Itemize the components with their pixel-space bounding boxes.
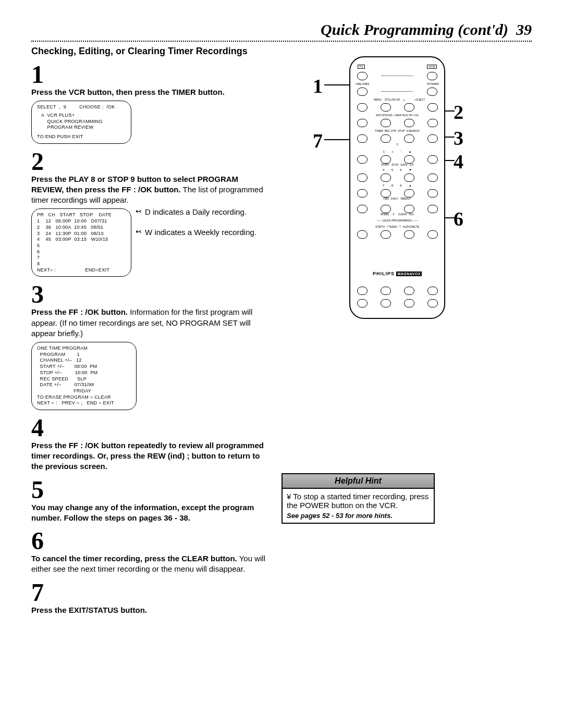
title-text: Quick Programming (cont'd) — [321, 21, 508, 38]
index-prev-button[interactable] — [381, 230, 391, 239]
osd3-l4: START +/– 08:00 PM — [37, 364, 131, 370]
speed-button[interactable] — [357, 205, 368, 213]
ch-down-button[interactable] — [427, 174, 438, 182]
osd1-line3: QUICK PROGRAMMING — [37, 119, 126, 125]
osd3-l3: CHANNEL +/– 12 — [37, 357, 131, 364]
ssearch-button[interactable] — [427, 134, 438, 143]
osd-screen-3: ONE TIME PROGRAM PROGRAM 1 CHANNEL +/– 1… — [31, 342, 137, 410]
osd3-l6: REC SPEED SLP — [37, 376, 131, 382]
callout-6: 6 — [454, 207, 463, 230]
bottom-btn-1[interactable] — [357, 299, 368, 307]
step-number-2: 2 — [31, 149, 271, 174]
osd1-line5: TO END PUSH EXIT — [37, 134, 126, 140]
menu-button[interactable] — [357, 103, 368, 112]
vol-up-button[interactable] — [427, 189, 438, 198]
arrow-icon: ↢ — [136, 228, 142, 235]
callout-3: 3 — [454, 127, 463, 150]
num-3-button[interactable] — [404, 155, 414, 164]
audio-mute-button[interactable] — [427, 230, 438, 239]
play-button[interactable] — [404, 119, 414, 127]
step-number-3: 3 — [31, 282, 271, 307]
osd3-l1: ONE TIME PROGRAM — [37, 346, 131, 352]
obl-button[interactable] — [357, 88, 368, 96]
arrow-icon: ↢ — [136, 207, 142, 215]
legend-weekly: W indicates a Weekly recording. — [145, 228, 256, 237]
callout-line — [324, 84, 349, 85]
step-text-1: Press the VCR button, then press the TIM… — [31, 87, 271, 97]
osd2-r8: 8 — [37, 261, 126, 267]
num-6-button[interactable] — [404, 174, 414, 182]
hint-body: ¥ To stop a started timer recording, pre… — [287, 492, 430, 510]
callout-4: 4 — [454, 150, 463, 173]
bottom-btn-7[interactable] — [404, 287, 414, 295]
tv-button[interactable] — [357, 72, 368, 80]
num-9-button[interactable] — [404, 189, 414, 198]
osd3-l2: PROGRAM 1 — [37, 352, 131, 358]
still-button[interactable] — [381, 103, 391, 112]
num-1-button[interactable] — [357, 155, 368, 164]
remote-brand: PHILIPS MAGNAVOX — [350, 271, 444, 276]
stop-button[interactable] — [404, 134, 414, 143]
num-8-button[interactable] — [381, 189, 391, 198]
osd2-r4: 4 45 03:00P 03:15 W10/15 — [37, 237, 126, 243]
ff-ok-button[interactable] — [427, 119, 438, 127]
eject-button[interactable] — [427, 103, 438, 112]
num-2-button[interactable] — [381, 155, 391, 164]
num-7-button[interactable] — [357, 189, 368, 198]
osd2-header: PR CH START STOP DATE — [37, 212, 126, 218]
osd-screen-2: PR CH START STOP DATE 1 12 08:00P 10:00 … — [31, 208, 131, 277]
osd1-line4: PROGRAM REVIEW — [37, 125, 126, 131]
index-next-button[interactable] — [404, 230, 414, 239]
vcrtv-button[interactable] — [357, 230, 368, 239]
rc-dots — [382, 76, 413, 80]
callout-2: 2 — [454, 101, 463, 124]
rc-dots — [382, 91, 413, 96]
step-text-3: Press the FF : /OK button. Information f… — [31, 307, 271, 339]
osd2-r7: 7 — [37, 255, 126, 261]
num-5-button[interactable] — [381, 174, 391, 182]
osd3-l5: STOP +/– 10:00 PM — [37, 370, 131, 376]
bottom-btn-6[interactable] — [381, 287, 391, 295]
osd2-r6: 6 — [37, 249, 126, 255]
bottom-btn-3[interactable] — [404, 299, 414, 307]
helpful-hint-box: Helpful Hint ¥ To stop a started timer r… — [282, 473, 435, 524]
callout-1: 1 — [313, 75, 323, 97]
step-number-1: 1 — [31, 62, 271, 87]
osd3-l10: NEXT = : PREV = ; END = EXIT — [37, 400, 131, 406]
vcr-button[interactable] — [427, 72, 437, 80]
instructions-column: Checking, Editing, or Clearing Timer Rec… — [31, 46, 271, 615]
vol-down-button[interactable] — [427, 205, 438, 213]
bottom-btn-5[interactable] — [357, 287, 368, 295]
step-text-2: Press the PLAY 8 or STOP 9 button to sel… — [31, 174, 271, 206]
page-number: 39 — [516, 21, 532, 38]
osd3-l8: FRIDAY — [37, 388, 131, 394]
divider — [31, 41, 532, 42]
num-0-button[interactable] — [381, 205, 391, 213]
num-4-button[interactable] — [357, 174, 368, 182]
osd3-l9: TO ERASE PROGRAM = CLEAR — [37, 394, 131, 401]
callout-7: 7 — [313, 129, 323, 152]
timer-button[interactable] — [357, 134, 368, 143]
osd-screen-1: SELECT , 9 CHOOSE : /OK A VCR PLUS+ QUIC… — [31, 101, 131, 143]
hint-title: Helpful Hint — [283, 474, 434, 489]
bottom-btn-4[interactable] — [427, 299, 438, 307]
step-number-6: 6 — [31, 528, 271, 553]
power-button[interactable] — [427, 88, 437, 96]
step-text-7: Press the EXIT/STATUS button. — [31, 605, 271, 615]
step-number-4: 4 — [31, 415, 271, 440]
bottom-btn-8[interactable] — [427, 287, 438, 295]
step-text-6: To cancel the timer recording, press the… — [31, 553, 271, 575]
clear-button[interactable] — [404, 205, 414, 213]
step-number-5: 5 — [31, 477, 271, 502]
section-heading: Checking, Editing, or Clearing Timer Rec… — [31, 46, 271, 57]
bottom-btn-2[interactable] — [381, 299, 391, 307]
page-title: Quick Programming (cont'd) 39 — [31, 21, 532, 39]
remote-control-diagram: 1 7 2 3 4 6 TV VCR OBL/OBSPOWER — [318, 56, 474, 379]
up-button[interactable] — [404, 103, 414, 112]
rec-button[interactable] — [381, 134, 391, 143]
osd1-line2: A VCR PLUS+ — [37, 113, 126, 119]
rew-button[interactable] — [381, 119, 391, 127]
exit-status-button[interactable] — [357, 119, 368, 127]
step-text-4: Press the FF : /OK button repeatedly to … — [31, 440, 271, 472]
ch-up-button[interactable] — [427, 155, 438, 164]
